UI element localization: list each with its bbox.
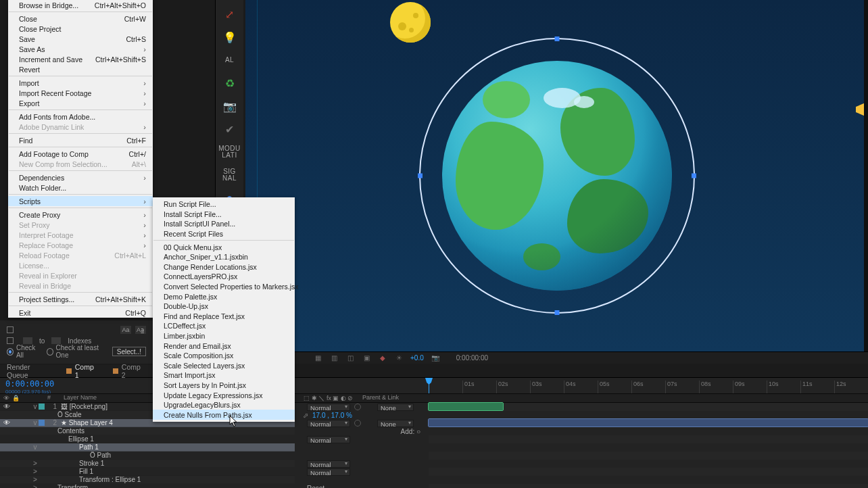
menu-item[interactable]: Export — [8, 98, 153, 108]
visibility-toggle[interactable] — [3, 452, 11, 460]
mouse-cursor — [229, 415, 239, 427]
menu-item[interactable]: Import Recent Footage — [8, 88, 153, 98]
orbit-path[interactable] — [419, 38, 695, 314]
grid-icon[interactable]: ▦ — [313, 353, 322, 363]
transform-handle[interactable] — [554, 36, 559, 41]
layer-bar-rocket[interactable] — [429, 403, 503, 410]
menu-item[interactable]: SaveCtrl+S — [8, 34, 153, 44]
menu-item[interactable]: Install Script File... — [153, 210, 295, 220]
guides-icon[interactable]: ▥ — [329, 353, 339, 363]
pickwhip-icon[interactable] — [354, 420, 361, 426]
exposure-icon[interactable]: ☀ — [394, 353, 404, 363]
menu-item[interactable]: Close Project — [8, 24, 153, 34]
menu-item[interactable]: CloseCtrl+W — [8, 14, 153, 24]
menu-item[interactable]: Add Fonts from Adobe... — [8, 112, 153, 122]
transform-handle[interactable] — [692, 174, 696, 178]
case-toggle[interactable]: Aa — [120, 326, 131, 334]
menu-item[interactable]: Run Script File... — [153, 199, 295, 210]
menu-item[interactable]: Watch Folder... — [8, 182, 153, 193]
visibility-toggle[interactable] — [3, 468, 11, 476]
script-item[interactable]: Sort Layers by In Point.jsx — [153, 381, 295, 391]
exposure-value[interactable]: +0.0 — [410, 354, 424, 362]
script-item[interactable]: ConnectLayersPRO.jsx — [153, 272, 295, 282]
transform-handle[interactable] — [554, 310, 559, 315]
menu-item[interactable]: Add Footage to CompCtrl+/ — [8, 149, 153, 159]
menu-item[interactable]: Revert — [8, 64, 153, 74]
layer-bar-shape[interactable] — [429, 419, 868, 426]
composition-viewport[interactable] — [245, 0, 868, 351]
menu-item[interactable]: Save As — [8, 44, 153, 54]
blend-mode-dropdown[interactable]: Normal — [307, 420, 350, 427]
visibility-toggle[interactable] — [3, 435, 11, 443]
visibility-toggle[interactable] — [3, 411, 11, 419]
script-item[interactable]: Double-Up.jsx — [153, 301, 295, 312]
script-item[interactable]: Smart Import.jsx — [153, 370, 295, 381]
visibility-toggle[interactable] — [3, 443, 11, 452]
menu-item[interactable]: Install ScriptUI Panel... — [153, 219, 295, 229]
check-all-radio[interactable]: Check All — [7, 344, 41, 359]
timeline-bars[interactable] — [429, 403, 868, 488]
menu-item[interactable]: Project Settings...Ctrl+Alt+Shift+K — [8, 294, 153, 304]
script-item[interactable]: Scale Composition.jsx — [153, 351, 295, 361]
parent-dropdown[interactable]: None — [377, 420, 414, 427]
channel-icon[interactable]: ◆ — [378, 353, 387, 363]
script-item[interactable]: Change Render Locations.jsx — [153, 262, 295, 272]
blend-mode-dropdown[interactable]: Normal — [307, 460, 350, 468]
expand-icon[interactable]: ⤢ — [220, 5, 240, 23]
check-icon[interactable]: ✔ — [220, 120, 240, 138]
visibility-toggle[interactable] — [3, 427, 11, 435]
visibility-toggle[interactable] — [3, 460, 11, 468]
menu-item[interactable]: Import — [8, 78, 153, 88]
mask-icon[interactable]: ◫ — [345, 353, 355, 363]
transform-handle[interactable] — [418, 174, 423, 178]
visibility-toggle[interactable]: 👁 — [3, 419, 11, 427]
menu-item[interactable]: Dependencies — [8, 172, 153, 182]
script-item[interactable]: Convert Selected Properties to Markers.j… — [153, 282, 295, 292]
signal[interactable]: SIG NAL — [220, 166, 240, 184]
menu-item[interactable]: Recent Script Files — [153, 229, 295, 239]
script-item[interactable]: Anchor_Sniper_v1.1.jsxbin — [153, 252, 295, 262]
checkbox[interactable] — [7, 337, 14, 344]
visibility-toggle[interactable]: 👁 — [3, 403, 11, 411]
modulati[interactable]: MODU LATI — [220, 143, 240, 161]
script-item[interactable]: Scale Selected Layers.jsx — [153, 361, 295, 371]
script-item[interactable]: Update Legacy Expressions.jsx — [153, 390, 295, 400]
menu-item[interactable]: Browse in Bridge...Ctrl+Alt+Shift+O — [8, 0, 153, 10]
menu-item[interactable]: FindCtrl+F — [8, 135, 153, 145]
al[interactable]: AL — [220, 51, 240, 69]
script-item[interactable]: Limber.jsxbin — [153, 331, 295, 341]
menu-item[interactable]: Scripts — [8, 196, 153, 206]
tab-render-queue[interactable]: Render Queue — [0, 365, 59, 377]
menu-item[interactable]: ExitCtrl+Q — [8, 308, 153, 318]
menu-item[interactable]: Create Proxy — [8, 210, 153, 220]
scripts-submenu[interactable]: Run Script File...Install Script File...… — [153, 197, 295, 422]
lightbulb-icon[interactable]: 💡 — [220, 28, 240, 46]
select-button[interactable]: Select..! — [112, 347, 146, 356]
underline-toggle[interactable]: Aa̲ — [135, 326, 146, 334]
script-item[interactable]: Render and Email.jsx — [153, 341, 295, 351]
script-item[interactable]: LCDeffect.jsx — [153, 321, 295, 331]
menu-item[interactable]: Increment and SaveCtrl+Alt+Shift+S — [8, 54, 153, 64]
blend-mode-dropdown[interactable]: Normal — [307, 436, 350, 443]
script-item[interactable]: Create Nulls From Paths.jsx — [153, 410, 295, 420]
check-one-radio[interactable]: Check at least One — [47, 344, 107, 359]
pickwhip-icon[interactable] — [354, 404, 361, 410]
script-item[interactable]: UpgradeLegacyBlurs.jsx — [153, 400, 295, 410]
tab-comp-1[interactable]: Comp 1 — [59, 365, 106, 377]
visibility-toggle[interactable] — [3, 476, 11, 484]
script-item[interactable]: Find and Replace Text.jsx — [153, 312, 295, 322]
camera-icon[interactable]: 📷 — [220, 97, 240, 115]
checkbox[interactable] — [7, 326, 14, 333]
file-menu[interactable]: Browse in Bridge...Ctrl+Alt+Shift+OClose… — [8, 0, 153, 318]
script-item[interactable]: Demo Palette.jsx — [153, 291, 295, 301]
tab-comp-2[interactable]: Comp 2 — [106, 365, 153, 377]
region-icon[interactable]: ▣ — [362, 353, 371, 363]
parent-dropdown[interactable]: None — [377, 404, 414, 411]
snapshot-icon[interactable]: 📷 — [431, 353, 440, 363]
blend-mode-dropdown[interactable]: Normal — [307, 468, 350, 476]
script-item[interactable]: 00 Quick Menu.jsx — [153, 242, 295, 252]
current-timecode[interactable]: 0:00:00:00 — [5, 379, 81, 389]
visibility-toggle[interactable] — [3, 484, 11, 489]
recycle-icon[interactable]: ♻ — [220, 74, 240, 92]
blend-mode-dropdown[interactable]: Normal — [307, 404, 350, 411]
